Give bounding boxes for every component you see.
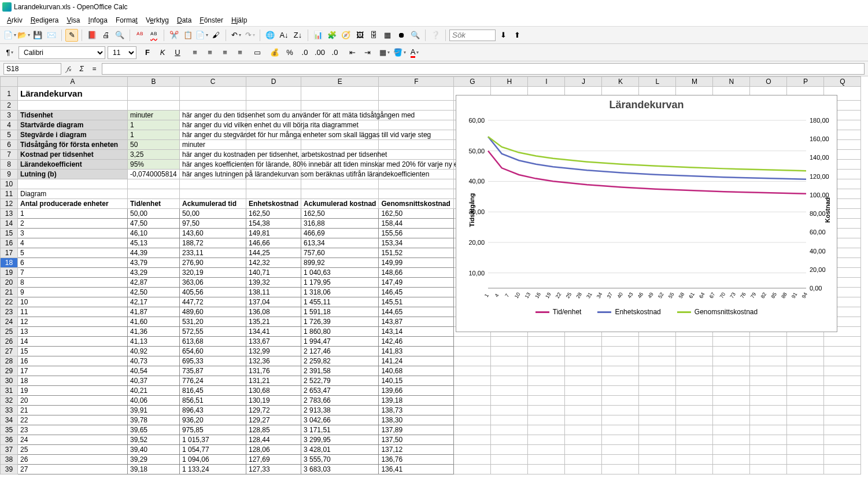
cell[interactable] — [787, 435, 824, 445]
cell[interactable] — [639, 386, 676, 396]
cell[interactable]: 142,32 — [246, 258, 301, 268]
cell[interactable] — [491, 435, 528, 445]
row-header[interactable]: 28 — [1, 356, 18, 366]
cell[interactable]: 12 — [18, 317, 128, 327]
cell[interactable] — [565, 406, 602, 415]
search-prev-button[interactable]: ⬆ — [511, 29, 523, 42]
cell[interactable] — [565, 376, 602, 386]
cell[interactable] — [750, 455, 787, 465]
cell[interactable]: 613,68 — [180, 337, 246, 347]
cell[interactable]: 153,34 — [379, 238, 454, 248]
col-header-Q[interactable]: Q — [824, 77, 861, 87]
cell[interactable] — [565, 415, 602, 425]
cell[interactable] — [787, 465, 824, 474]
cell[interactable] — [639, 366, 676, 376]
cell[interactable]: Genomsnittskostnad — [379, 199, 454, 209]
cell[interactable]: 162,50 — [379, 209, 454, 219]
menu-verktyg[interactable]: Verktyg — [142, 15, 172, 25]
cell[interactable]: Stegvärde i diagram — [18, 130, 128, 140]
sum-button[interactable]: Σ — [76, 65, 87, 73]
cell[interactable] — [713, 406, 750, 415]
add-decimal-button[interactable]: .00 — [313, 46, 326, 59]
menu-format[interactable]: Format — [112, 15, 141, 25]
cell[interactable]: 127,69 — [246, 455, 301, 465]
cell[interactable]: 188,72 — [180, 238, 246, 248]
cell[interactable] — [750, 386, 787, 396]
cell[interactable]: 489,60 — [180, 307, 246, 317]
cell[interactable] — [301, 87, 379, 101]
cell[interactable]: 39,78 — [128, 415, 180, 425]
row-header[interactable]: 21 — [1, 288, 18, 297]
row-header[interactable]: 36 — [1, 435, 18, 445]
cell[interactable] — [602, 347, 639, 356]
cell[interactable] — [824, 455, 861, 465]
row-header[interactable]: 30 — [1, 376, 18, 386]
menu-infoga[interactable]: Infoga — [85, 15, 111, 25]
cell[interactable]: 47,50 — [128, 219, 180, 229]
cell[interactable]: 137,89 — [379, 425, 454, 435]
cell[interactable] — [528, 435, 565, 445]
cell[interactable] — [713, 356, 750, 366]
cell[interactable] — [713, 366, 750, 376]
cell[interactable]: 276,90 — [180, 258, 246, 268]
corner-cell[interactable] — [1, 77, 18, 87]
cell[interactable] — [713, 347, 750, 356]
row-header[interactable]: 27 — [1, 347, 18, 356]
cell[interactable] — [128, 189, 180, 199]
formula-input[interactable] — [102, 63, 865, 75]
cell[interactable]: 142,46 — [379, 337, 454, 347]
cell[interactable]: 146,45 — [379, 288, 454, 297]
cell[interactable]: 138,30 — [379, 415, 454, 425]
cell[interactable]: 26 — [18, 455, 128, 465]
col-header-L[interactable]: L — [639, 77, 676, 87]
currency-button[interactable]: 💰 — [268, 46, 281, 59]
cell[interactable]: 129,27 — [246, 415, 301, 425]
cell[interactable] — [750, 465, 787, 474]
cell[interactable] — [491, 425, 528, 435]
cell[interactable] — [787, 396, 824, 406]
cell[interactable]: minuter — [180, 140, 246, 150]
col-header-C[interactable]: C — [180, 77, 246, 87]
cell[interactable] — [454, 455, 491, 465]
row-header[interactable]: 17 — [1, 248, 18, 258]
cell[interactable] — [246, 189, 301, 199]
cell[interactable] — [713, 386, 750, 396]
cell[interactable]: 1 015,37 — [180, 435, 246, 445]
row-header[interactable]: 1 — [1, 87, 18, 101]
cell[interactable] — [602, 455, 639, 465]
cell[interactable] — [602, 465, 639, 474]
cell[interactable]: 3 171,51 — [301, 425, 379, 435]
cell[interactable]: 131,21 — [246, 376, 301, 386]
col-header-G[interactable]: G — [454, 77, 491, 87]
col-header-B[interactable]: B — [128, 77, 180, 87]
col-header-J[interactable]: J — [565, 77, 602, 87]
record-macro-button[interactable]: ⏺ — [395, 29, 408, 42]
cell[interactable]: 17 — [18, 366, 128, 376]
cell[interactable] — [713, 435, 750, 445]
cell[interactable] — [787, 376, 824, 386]
cell[interactable] — [491, 356, 528, 366]
cell[interactable]: 42,50 — [128, 288, 180, 297]
hyperlink-button[interactable]: 🌐 — [264, 29, 276, 42]
cell[interactable] — [750, 347, 787, 356]
row-header[interactable]: 2 — [1, 101, 18, 111]
cell[interactable]: 1 040,63 — [301, 268, 379, 278]
cell[interactable] — [787, 347, 824, 356]
cell[interactable] — [750, 415, 787, 425]
font-name-select[interactable]: Calibri — [19, 46, 105, 59]
cell[interactable] — [713, 396, 750, 406]
menu-hjalp[interactable]: Hjälp — [228, 15, 250, 25]
col-header-D[interactable]: D — [246, 77, 301, 87]
chart-button[interactable]: 📊 — [312, 29, 324, 42]
cell[interactable] — [180, 179, 246, 189]
cell[interactable]: 39,18 — [128, 465, 180, 474]
cell[interactable]: 27 — [18, 465, 128, 474]
function-wizard-button[interactable]: 𝑓ₓ — [64, 65, 74, 73]
row-header[interactable]: 12 — [1, 199, 18, 209]
cell[interactable]: 136,41 — [379, 465, 454, 474]
menu-redigera[interactable]: Redigera — [27, 15, 62, 25]
cell[interactable] — [565, 435, 602, 445]
cell[interactable]: 3 428,01 — [301, 445, 379, 455]
cell[interactable] — [676, 356, 713, 366]
cell[interactable]: 3 042,66 — [301, 415, 379, 425]
